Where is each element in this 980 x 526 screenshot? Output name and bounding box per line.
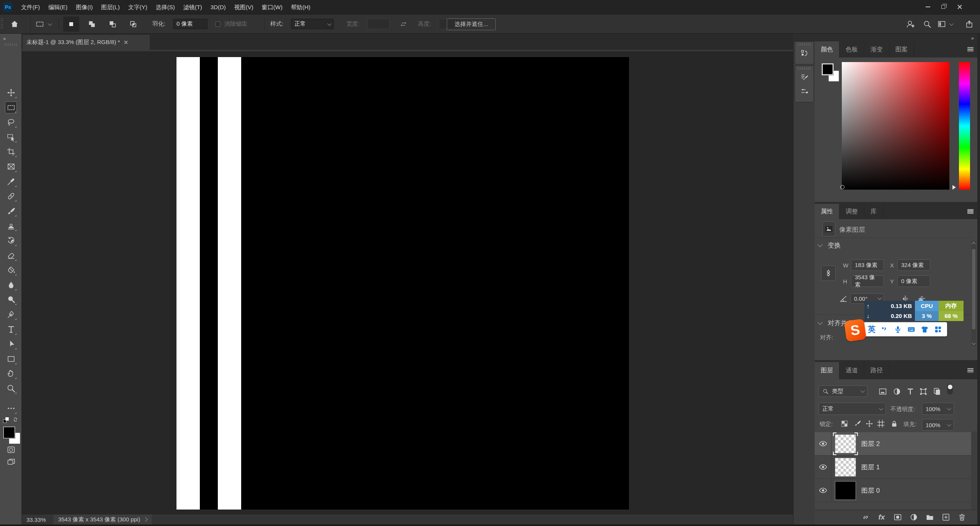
menu-help[interactable]: 帮助(H) [287,0,315,14]
pasteboard[interactable] [22,50,793,515]
menu-type[interactable]: 文字(Y) [124,0,152,14]
canvas[interactable] [176,57,629,510]
tab-layers-paths[interactable]: 路径 [864,362,889,379]
toolbar-collapse-button[interactable]: » [3,36,6,41]
swap-dimensions-icon[interactable] [399,15,408,33]
tab-props-adjustments[interactable]: 调整 [840,204,864,219]
monitor-expand-arrow-icon[interactable] [918,298,923,301]
menu-filter[interactable]: 滤镜(T) [179,0,206,14]
layer-thumbnail[interactable] [835,481,856,500]
toolbox-grid-icon[interactable] [934,325,942,334]
transform-section-chevron-icon[interactable] [818,242,823,247]
layer-thumbnail[interactable] [835,458,856,477]
workspace-switcher[interactable] [937,15,952,33]
menu-3d[interactable]: 3D(D) [206,0,230,14]
scroll-down-icon[interactable] [972,341,976,345]
filter-smart-objects-icon[interactable] [932,387,942,397]
zoom-level-field[interactable]: 33.33% [26,516,46,523]
tab-color-patterns[interactable]: 图案 [889,41,914,57]
tab-props-libraries[interactable]: 库 [864,204,883,219]
lock-all-icon[interactable] [890,419,899,428]
tool-hand[interactable] [5,367,17,379]
layer-name[interactable]: 图层 1 [861,463,880,472]
quick-mask-mode-button[interactable] [5,444,17,455]
document-tab[interactable]: 未标题-1 @ 33.3% (图层 2, RGB/8) * [23,35,150,50]
intersect-selection-mode-button[interactable] [125,16,141,32]
share-button[interactable] [965,15,974,33]
color-picker-indicator[interactable] [840,185,844,189]
menu-file[interactable]: 文件(F) [17,0,44,14]
ime-language-mode-button[interactable]: 英 [868,324,875,334]
default-colors-widget[interactable] [3,416,19,424]
tab-close-icon[interactable] [124,40,128,44]
link-layers-icon[interactable] [861,513,870,522]
tool-preset-picker[interactable] [35,15,51,33]
new-selection-mode-button[interactable] [63,16,79,32]
add-selection-mode-button[interactable] [84,16,100,32]
tool-pen[interactable] [5,308,17,320]
layer-visibility-eye-icon[interactable] [818,439,828,448]
x-value-input[interactable]: 324 像素 [897,259,930,271]
punctuation-icon[interactable] [880,325,889,334]
align-section-chevron-icon[interactable] [818,320,823,325]
delete-layer-icon[interactable] [957,513,967,522]
blend-mode-select[interactable]: 正常 [818,403,886,415]
width-value-input[interactable]: 183 像素 [851,259,884,271]
menu-edit[interactable]: 编辑(E) [44,0,72,14]
filter-shape-layers-icon[interactable] [918,387,928,397]
y-value-input[interactable]: 0 像素 [897,275,930,287]
tab-layers-channels[interactable]: 通道 [840,362,864,379]
layer-thumbnail[interactable] [835,434,856,453]
microphone-icon[interactable] [893,325,902,334]
brushes-panel-icon[interactable] [795,84,814,98]
tool-eyedropper[interactable] [5,175,17,187]
soft-keyboard-icon[interactable] [907,325,916,334]
layers-panel-menu-icon[interactable] [967,368,973,373]
tab-layers-layers[interactable]: 图层 [815,362,840,379]
layer-style-fx-icon[interactable]: fx [877,513,886,522]
menu-layer[interactable]: 图层(L) [97,0,124,14]
lock-image-icon[interactable] [853,419,862,428]
color-panel-menu-icon[interactable] [967,47,973,52]
hue-slider-arrow[interactable] [952,185,956,190]
skin-tshirt-icon[interactable] [920,325,929,334]
tool-blur[interactable] [5,279,17,291]
tool-rect-marquee[interactable] [5,102,17,113]
opacity-input[interactable]: 100% [922,403,954,415]
home-button[interactable] [10,15,19,33]
tab-props-properties[interactable]: 属性 [815,204,840,219]
filter-adjustment-layers-icon[interactable] [892,387,902,397]
properties-scrollbar[interactable] [971,241,976,346]
layers-scrollbar-gutter[interactable] [971,431,977,510]
style-select[interactable]: 正常 [291,19,334,29]
tool-clone-stamp[interactable] [5,220,17,231]
select-and-mask-button[interactable]: 选择并遮住... [447,18,496,30]
fill-input[interactable]: 100% [922,419,954,431]
window-restore-button[interactable] [936,0,951,14]
layer-name[interactable]: 图层 2 [861,439,880,448]
layer-visibility-eye-icon[interactable] [818,486,828,495]
layer-visibility-eye-icon[interactable] [818,462,828,472]
lock-position-icon[interactable] [865,419,874,428]
lock-artboard-icon[interactable] [876,419,885,428]
window-minimize-button[interactable] [920,0,936,14]
layer-row-layer-2[interactable]: 图层 2 [815,432,977,456]
tool-brush[interactable] [5,205,17,217]
menu-image[interactable]: 图像(I) [72,0,97,14]
tool-crop[interactable] [5,146,17,157]
hue-slider[interactable] [959,62,970,190]
scrollbar-thumb[interactable] [972,249,975,329]
tool-lasso[interactable] [5,116,17,128]
color-foreground-swatch[interactable] [822,64,833,75]
link-dimensions-icon[interactable] [821,265,836,281]
properties-panel-menu-icon[interactable] [967,209,973,214]
tool-ellipsis[interactable] [5,402,17,414]
feather-input[interactable]: 0 像素 [173,19,207,29]
foreground-color-swatch[interactable] [3,427,15,438]
new-layer-icon[interactable] [941,513,951,522]
new-adjustment-icon[interactable] [909,513,918,522]
new-group-icon[interactable] [925,513,934,522]
filter-pixel-layers-icon[interactable] [878,387,888,397]
tool-rectangle[interactable] [5,353,17,365]
menu-view[interactable]: 视图(V) [230,0,258,14]
